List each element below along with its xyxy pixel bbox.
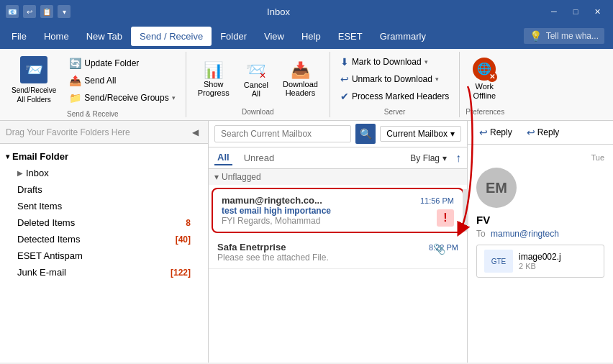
filter-unread[interactable]: Unread [241,151,278,165]
cancel-all-label: CancelAll [244,81,268,98]
download-headers-label: DownloadHeaders [283,80,318,97]
minimize-button[interactable]: ─ [544,1,564,22]
sort-direction-button[interactable]: ↑ [455,152,461,165]
process-marked-icon: ✔ [340,91,349,102]
filter-all[interactable]: All [214,150,232,165]
work-offline-button[interactable]: 🌐 ✕ WorkOffline [466,53,503,105]
junk-label: Junk E-mail [17,267,66,278]
email-folder-label: Email Folder [12,151,68,162]
sidebar-item-eset[interactable]: ESET Antispam [0,247,208,264]
reading-date: Tue [476,153,604,162]
preferences-group-label: Preferences [466,106,504,117]
search-input[interactable] [214,125,351,142]
unmark-to-download-label: Unmark to Download [352,74,432,84]
preferences-group-content: 🌐 ✕ WorkOffline [466,52,504,106]
menu-home[interactable]: Home [35,27,78,46]
email-folder-arrow: ▾ [6,153,9,160]
sidebar-item-junk[interactable]: Junk E-mail [122] [0,264,208,281]
send-receive-groups-label: Send/Receive Groups [84,93,168,103]
update-folder-icon: 🔄 [69,58,81,69]
reading-from-address: mamun@ringtech [491,229,559,239]
ribbon-group-send-receive: 📨 Send/ReceiveAll Folders 🔄 Update Folde… [0,52,186,117]
detected-badge: [40] [176,235,191,245]
menu-newtab[interactable]: New Tab [78,27,131,46]
process-marked-button[interactable]: ✔ Process Marked Headers [336,88,453,104]
unmark-to-download-button[interactable]: ↩ Unmark to Download ▾ [336,71,453,87]
search-bar: 🔍 Current Mailbox ▾ [209,121,467,147]
email-item-2[interactable]: Safa Enetrprise Please see the attached … [209,236,467,269]
attachment-thumbnail: GTE [484,250,513,273]
email-item-1[interactable]: mamun@ringtech.co... test email high imp… [212,188,464,233]
send-receive-all-button[interactable]: 📨 Send/ReceiveAll Folders [6,52,62,109]
close-button[interactable]: ✕ [587,1,607,22]
window-controls: ─ □ ✕ [544,1,607,22]
download-headers-button[interactable]: 📥 DownloadHeaders [277,53,324,105]
mailbox-dropdown[interactable]: Current Mailbox ▾ [380,126,461,142]
reading-content: Tue EM FV To mamun@ringtech GTE image002… [468,145,613,363]
reading-attachment[interactable]: GTE image002.j 2 KB [476,245,604,278]
avatar: EM [476,168,517,208]
attachment-icon: 📎 [433,243,445,255]
by-flag-sort[interactable]: By Flag ▾ [410,153,447,163]
reading-from: To mamun@ringtech [476,229,604,239]
mark-to-download-button[interactable]: ⬇ Mark to Download ▾ [336,54,453,70]
menu-grammarly[interactable]: Grammarly [371,27,435,46]
reply-button[interactable]: ↩ Reply [473,124,518,141]
undo-icon[interactable]: ↩ [23,5,36,18]
email-1-time: 11:56 PM [420,196,454,205]
process-marked-label: Process Marked Headers [352,91,449,101]
send-receive-group-content: 📨 Send/ReceiveAll Folders 🔄 Update Folde… [6,52,180,109]
menu-view[interactable]: View [255,27,293,46]
sidebar-collapse-button[interactable]: ◀ [188,125,202,140]
reply-all-button[interactable]: ↩ Reply [521,124,566,141]
ribbon-group-download: 📊 ShowProgress 📨 ✕ CancelAll 📥 DownloadH… [186,52,330,117]
send-all-icon: 📤 [69,75,81,86]
menu-send-receive[interactable]: Send / Receive [131,27,212,46]
sidebar-item-drafts[interactable]: Drafts [0,181,208,198]
attachment-details: image002.j 2 KB [519,252,561,270]
tell-me-search[interactable]: 💡 Tell me wha... [524,28,604,44]
reading-to-label: To [476,229,486,239]
send-receive-all-label: Send/ReceiveAll Folders [12,86,56,104]
send-receive-groups-button[interactable]: 📁 Send/Receive Groups ▾ [65,90,179,106]
reading-toolbar: ↩ Reply ↩ Reply [468,121,613,145]
inbox-expand-arrow: ▶ [17,169,23,177]
mailbox-dropdown-arrow: ▾ [450,129,455,139]
send-receive-groups-icon: 📁 [69,92,81,104]
download-group-label: Download [192,106,324,117]
menu-help[interactable]: Help [293,27,330,46]
customize-quick-access-icon[interactable]: ▾ [58,5,71,18]
sidebar-item-deleted[interactable]: Deleted Items 8 [0,214,208,231]
filter-bar: All Unread By Flag ▾ ↑ [209,147,467,169]
ribbon-group-preferences: 🌐 ✕ WorkOffline Preferences [460,52,510,117]
menu-eset[interactable]: ESET [330,27,371,46]
work-offline-label: WorkOffline [473,82,496,101]
send-all-button[interactable]: 📤 Send All [65,73,179,88]
bulb-icon: 💡 [530,30,542,42]
email-2-preview: Please see the attached File. [217,252,458,263]
junk-badge: [122] [171,268,191,278]
cancel-all-button[interactable]: 📨 ✕ CancelAll [238,53,274,105]
menu-file[interactable]: File [3,27,35,46]
sidebar-item-inbox[interactable]: ▶ Inbox [0,165,208,181]
server-group-content: ⬇ Mark to Download ▾ ↩ Unmark to Downloa… [336,52,453,106]
maximize-button[interactable]: □ [566,1,586,22]
update-folder-label: Update Folder [84,58,139,68]
window-title: Inbox [267,6,348,17]
unflagged-arrow: ▾ [214,172,219,182]
clipboard-icon[interactable]: 📋 [40,5,53,18]
email-1-sender: mamun@ringtech.co... [222,195,454,206]
mark-download-icon: ⬇ [340,56,349,68]
server-col: ⬇ Mark to Download ▾ ↩ Unmark to Downloa… [336,54,453,104]
main-area: Drag Your Favorite Folders Here ◀ ▾ Emai… [0,121,613,363]
by-flag-label: By Flag [410,153,440,163]
email-list-scrollbar[interactable] [463,189,468,232]
email-folder-header[interactable]: ▾ Email Folder [0,148,208,165]
sidebar-item-sent[interactable]: Sent Items [0,198,208,214]
show-progress-button[interactable]: 📊 ShowProgress [192,53,235,105]
update-folder-button[interactable]: 🔄 Update Folder [65,55,179,71]
search-button[interactable]: 🔍 [355,124,376,144]
sent-label: Sent Items [17,201,62,211]
menu-folder[interactable]: Folder [212,27,255,46]
sidebar-item-detected[interactable]: Detected Items [40] [0,231,208,247]
